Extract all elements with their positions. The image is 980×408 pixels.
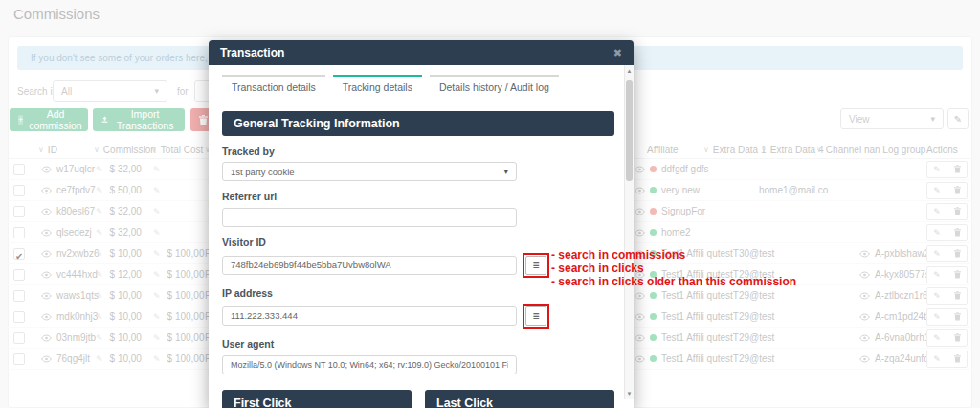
scroll-down-icon[interactable]: ▼ <box>625 391 634 397</box>
referrer-url-label: Referrer url <box>222 191 614 202</box>
visitor-id-input[interactable] <box>222 256 517 275</box>
tracked-by-select[interactable]: 1st party cookie ▾ <box>222 162 517 181</box>
annotation-line: - search in commissions <box>551 248 796 261</box>
tab[interactable]: Transaction details <box>222 75 325 99</box>
annotation-line: - search in clicks <box>551 261 796 275</box>
ip-search-menu-button[interactable]: ≡ <box>525 306 546 326</box>
user-agent-input[interactable] <box>222 355 517 374</box>
visitor-id-search-menu-button[interactable]: ≡ <box>525 256 546 275</box>
scroll-up-icon[interactable]: ▲ <box>625 68 634 74</box>
referrer-group: Referrer url <box>222 191 614 227</box>
annotation-line: - search in clicks older than this commi… <box>551 275 796 288</box>
modal-scrollbar[interactable]: ▲ ▼ <box>624 65 634 399</box>
close-icon[interactable]: ✖ <box>613 47 622 59</box>
transaction-modal: Transaction ✖ Transaction details Tracki… <box>209 40 634 408</box>
user-agent-label: User agent <box>222 338 614 350</box>
tracked-by-group: Tracked by 1st party cookie ▾ <box>222 146 614 181</box>
modal-title: Transaction <box>220 46 613 59</box>
user-agent-group: User agent <box>222 338 614 374</box>
ip-address-input[interactable] <box>222 306 517 326</box>
tracked-by-label: Tracked by <box>222 146 614 157</box>
screenshot-root: Commissions If you don't see some of you… <box>0 0 980 408</box>
visitor-id-label: Visitor ID <box>222 237 614 248</box>
tab[interactable]: Details history / Audit log <box>430 75 559 99</box>
click-panels: First Click Last Click <box>222 390 614 408</box>
annotation-notes: - search in commissions - search in clic… <box>551 248 796 288</box>
ip-address-group: IP address ≡ <box>222 287 614 329</box>
modal-tabs: Transaction details Tracking details Det… <box>222 75 614 99</box>
tab[interactable]: Tracking details <box>333 75 422 99</box>
annotation-highlight-box: ≡ <box>523 253 549 278</box>
ip-address-label: IP address <box>222 287 614 299</box>
referrer-url-input[interactable] <box>222 208 517 227</box>
modal-body: Transaction details Tracking details Det… <box>209 65 634 408</box>
scrollbar-thumb[interactable] <box>626 80 633 181</box>
annotation-highlight-box: ≡ <box>523 304 549 329</box>
section-first-click: First Click <box>222 390 412 408</box>
tracked-by-value: 1st party cookie <box>231 167 295 177</box>
section-general-tracking: General Tracking Information <box>222 111 614 136</box>
section-last-click: Last Click <box>425 390 614 408</box>
chevron-down-icon: ▾ <box>503 167 508 176</box>
modal-header: Transaction ✖ <box>209 40 634 65</box>
